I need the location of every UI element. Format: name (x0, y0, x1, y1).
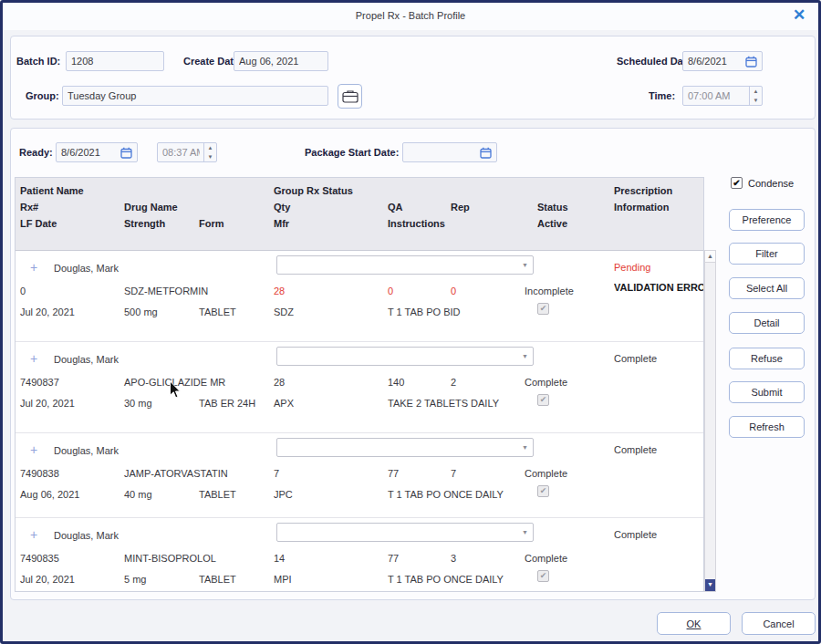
table-scrollbar[interactable]: ▲ ▼ (704, 250, 716, 592)
time-spinner[interactable]: ▲ ▼ (749, 87, 762, 105)
form-value: TABLET (199, 574, 236, 585)
detail-button[interactable]: Detail (729, 312, 805, 334)
spinner-down-icon[interactable]: ▼ (750, 96, 762, 105)
table-row[interactable]: + Douglas, Mark ▼ Complete 7490838 JAMP-… (16, 433, 703, 518)
table-row[interactable]: + Douglas, Mark ▼ Complete 7490837 APO-G… (16, 342, 703, 433)
rep-value: 0 (451, 286, 456, 296)
strength-value: 40 mg (124, 489, 152, 500)
col-header-rep: Rep (451, 202, 470, 213)
form-value: TABLET (199, 306, 236, 317)
prescription-info: VALIDATION ERROR( (614, 282, 703, 293)
status-value: Complete (525, 468, 567, 479)
time-value: 07:00 AM (688, 90, 745, 101)
active-checkbox[interactable]: ✔ (537, 485, 549, 497)
time-label: Time: (649, 86, 675, 106)
batch-profile-dialog: Propel Rx - Batch Profile ✕ Batch ID: 12… (0, 0, 821, 644)
table-row[interactable]: + Douglas, Mark ▼ Pending VALIDATION ERR… (16, 251, 703, 342)
ready-date-value: 8/6/2021 (61, 147, 117, 158)
lf-date: Jul 20, 2021 (20, 398, 75, 409)
prescription-status: Complete (614, 529, 657, 540)
expand-plus-icon[interactable]: + (30, 444, 37, 455)
scheduled-date-value: 8/6/2021 (688, 56, 742, 67)
preference-button[interactable]: Preference (729, 209, 805, 231)
qa-value: 77 (388, 468, 399, 479)
rep-value: 7 (451, 468, 456, 479)
time-field[interactable]: 07:00 AM ▲ ▼ (682, 86, 763, 106)
active-checkbox[interactable]: ✔ (537, 570, 549, 582)
group-rx-status-select[interactable]: ▼ (276, 255, 534, 275)
spinner-up-icon[interactable]: ▲ (204, 143, 216, 152)
refresh-button[interactable]: Refresh (729, 416, 805, 438)
dialog-title: Propel Rx - Batch Profile (3, 10, 818, 21)
group-rx-status-select[interactable]: ▼ (276, 438, 534, 457)
table-row[interactable]: + Douglas, Mark ▼ Complete 7490835 MINT-… (16, 518, 703, 592)
qty-value: 28 (274, 377, 285, 388)
batch-header-panel: Batch ID: 1208 Create Date: Aug 06, 2021… (10, 36, 816, 119)
status-value: Incomplete (525, 286, 574, 296)
expand-plus-icon[interactable]: + (30, 529, 37, 540)
ready-date-field[interactable]: 8/6/2021 (56, 142, 138, 162)
submit-button[interactable]: Submit (729, 381, 805, 403)
batch-id-field[interactable]: 1208 (66, 51, 164, 71)
calendar-icon[interactable] (480, 147, 492, 159)
close-icon[interactable]: ✕ (789, 5, 809, 26)
col-header-status: Status (537, 202, 568, 213)
ready-time-spinner[interactable]: ▲ ▼ (203, 143, 216, 161)
instructions-value: T 1 TAB PO ONCE DAILY (388, 574, 504, 585)
qty-value: 7 (274, 468, 279, 479)
select-all-button[interactable]: Select All (729, 277, 805, 299)
condense-checkbox[interactable]: ✔ (731, 177, 743, 189)
active-checkbox[interactable]: ✔ (537, 394, 549, 406)
lf-date: Aug 06, 2021 (20, 489, 79, 500)
scroll-up-icon[interactable]: ▲ (705, 251, 715, 263)
batch-detail-panel: Ready: 8/6/2021 08:37 AM ▲ ▼ Package Sta… (10, 128, 816, 600)
ok-button[interactable]: OK (657, 612, 731, 635)
table-header: Patient Name Rx# LF Date Drug Name Stren… (16, 178, 703, 251)
group-rx-status-select[interactable]: ▼ (276, 523, 534, 542)
calendar-icon[interactable] (745, 56, 757, 68)
qty-value: 14 (274, 553, 285, 564)
refuse-button[interactable]: Refuse (729, 348, 805, 369)
col-header-qa: QA (388, 202, 403, 213)
batch-id-value: 1208 (71, 56, 159, 67)
filter-button[interactable]: Filter (729, 243, 805, 265)
chevron-down-icon: ▼ (522, 529, 528, 535)
ready-time-value: 08:37 AM (162, 147, 200, 158)
group-rx-status-select[interactable]: ▼ (276, 347, 534, 366)
strength-value: 5 mg (124, 574, 146, 585)
title-bar: Propel Rx - Batch Profile ✕ (3, 3, 818, 30)
drug-name: MINT-BISOPROLOL (124, 553, 216, 564)
patient-name: Douglas, Mark (54, 263, 119, 274)
qa-value: 140 (388, 377, 404, 388)
prescription-status: Complete (614, 353, 657, 364)
create-date-field[interactable]: Aug 06, 2021 (234, 51, 328, 71)
chevron-down-icon: ▼ (522, 444, 528, 451)
col-header-lf-date: LF Date (20, 218, 57, 229)
col-header-instructions: Instructions (388, 218, 445, 229)
chevron-down-icon: ▼ (522, 262, 528, 268)
group-search-icon (342, 90, 359, 103)
scheduled-date-field[interactable]: 8/6/2021 (682, 51, 763, 71)
spinner-down-icon[interactable]: ▼ (204, 152, 216, 161)
qa-value: 0 (388, 286, 393, 296)
expand-plus-icon[interactable]: + (30, 262, 37, 273)
spinner-up-icon[interactable]: ▲ (750, 87, 762, 96)
cancel-button[interactable]: Cancel (742, 612, 816, 635)
calendar-icon[interactable] (120, 147, 132, 159)
ready-time-field[interactable]: 08:37 AM ▲ ▼ (157, 142, 217, 162)
col-header-prescription: Prescription (614, 185, 672, 196)
patient-name: Douglas, Mark (54, 530, 119, 541)
patient-name: Douglas, Mark (54, 445, 119, 456)
active-checkbox[interactable]: ✔ (537, 303, 549, 315)
table-body: + Douglas, Mark ▼ Pending VALIDATION ERR… (16, 251, 703, 592)
status-value: Complete (525, 553, 567, 564)
col-header-drug-name: Drug Name (124, 202, 178, 213)
expand-plus-icon[interactable]: + (30, 353, 37, 364)
rx-number: 7490838 (20, 468, 59, 479)
col-header-qty: Qty (274, 202, 290, 213)
group-field[interactable]: Tuesday Group (62, 86, 328, 106)
group-lookup-button[interactable] (338, 84, 362, 109)
form-value: TAB ER 24H (199, 398, 255, 409)
package-start-date-field[interactable] (402, 142, 497, 162)
scroll-down-icon[interactable]: ▼ (705, 579, 715, 591)
